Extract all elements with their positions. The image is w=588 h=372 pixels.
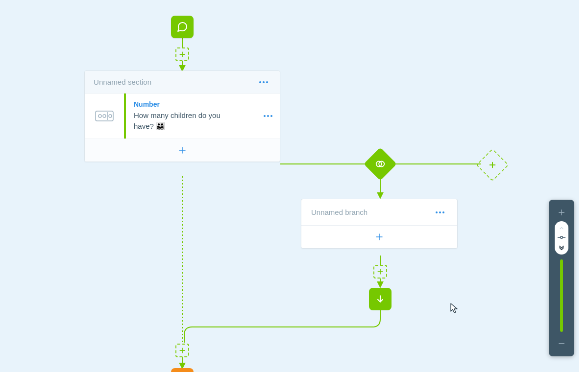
chat-icon [176,21,188,33]
branch-more-button[interactable] [433,209,447,216]
start-node[interactable] [171,16,194,38]
add-question-button[interactable] [85,139,280,162]
svg-point-15 [109,115,112,117]
branch-card[interactable]: Unnamed branch [301,199,458,249]
add-step-button[interactable] [175,47,189,61]
svg-point-12 [98,115,101,117]
question-type-icon-cell [85,93,124,139]
section-title: Unnamed section [94,78,151,86]
plus-icon [179,51,186,58]
arrow-down-icon [375,294,385,304]
add-step-button[interactable] [373,265,387,279]
add-step-button[interactable] [175,344,189,357]
goto-node[interactable] [369,288,392,310]
zoom-capsule[interactable] [555,221,568,255]
add-branch-step-button[interactable] [301,226,457,248]
fit-icon[interactable] [557,235,566,240]
end-node-peek[interactable] [171,368,194,372]
plus-icon [375,232,384,241]
zoom-out-button[interactable] [555,337,568,350]
plus-icon [377,268,384,275]
branch-header[interactable]: Unnamed branch [301,199,457,226]
connectors [0,0,588,372]
svg-point-13 [103,115,106,117]
minus-icon [558,340,565,348]
question-row[interactable]: Number How many children do you have? 👨‍… [85,93,280,139]
plus-icon [558,209,565,216]
zoom-control[interactable] [549,200,574,356]
condition-node[interactable] [364,147,397,181]
panel-edge [579,0,588,372]
question-text: How many children do you have? 👨‍👩‍👧‍👦 [134,110,242,132]
zoom-in-button[interactable] [555,206,568,219]
plus-icon [179,347,186,354]
number-input-icon [95,111,114,121]
question-more-button[interactable] [261,112,275,120]
section-header[interactable]: Unnamed section [85,71,280,93]
plus-icon [489,161,496,169]
branch-title: Unnamed branch [311,208,368,216]
plus-icon [178,146,187,155]
flow-canvas[interactable]: Unnamed section Number How many children… [0,0,588,372]
section-card[interactable]: Unnamed section Number How many children… [84,70,280,162]
question-type-label: Number [134,100,256,108]
chevron-up-icon [558,225,565,231]
chevron-down-icon[interactable] [557,244,566,251]
svg-point-32 [561,236,563,239]
zoom-slider-track[interactable] [560,259,563,332]
section-more-button[interactable] [256,78,271,86]
branch-icon [375,159,386,169]
cursor-icon [450,303,459,314]
add-branch-diamond[interactable] [476,148,509,182]
